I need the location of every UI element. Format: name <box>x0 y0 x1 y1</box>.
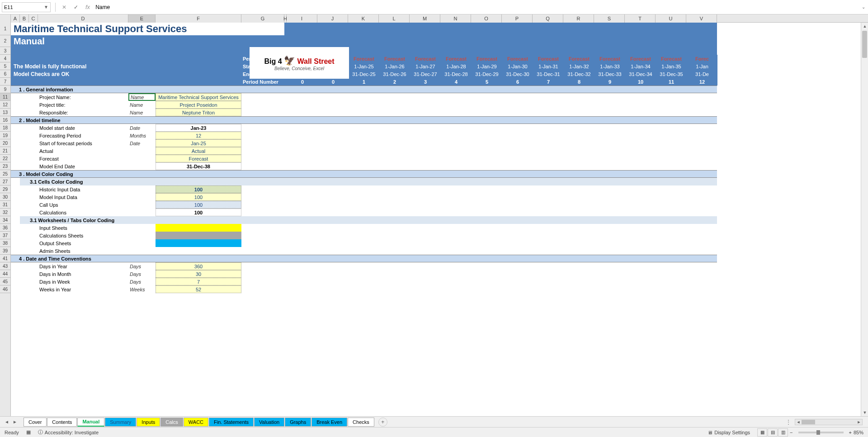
col-header-P[interactable]: P <box>502 14 533 23</box>
row-header-2[interactable]: 2 <box>0 35 10 47</box>
col-header-C[interactable]: C <box>29 14 38 23</box>
display-settings-button[interactable]: 🖥 Display Settings <box>708 430 750 435</box>
name-box[interactable]: E11 ▼ <box>2 2 51 12</box>
row-header-19[interactable]: 19 <box>0 132 10 139</box>
row-header-12[interactable]: 12 <box>0 101 10 109</box>
col-header-E[interactable]: E <box>128 14 156 23</box>
col-header-V[interactable]: V <box>686 14 717 23</box>
row-header-9[interactable]: 9 <box>0 86 10 93</box>
tab-manual[interactable]: Manual <box>77 418 104 427</box>
tab-valuation[interactable]: Valuation <box>254 418 284 427</box>
add-sheet-button[interactable]: + <box>378 418 387 427</box>
row-header-39[interactable]: 39 <box>0 247 10 255</box>
row-header-43[interactable]: 43 <box>0 262 10 270</box>
row-header-16[interactable]: 16 <box>0 116 10 124</box>
col-header-J[interactable]: J <box>317 14 348 23</box>
row-header-46[interactable]: 46 <box>0 285 10 293</box>
row-header-27[interactable]: 27 <box>0 178 10 185</box>
tab-fin-statements[interactable]: Fin. Statements <box>209 418 254 427</box>
row-header-44[interactable]: 44 <box>0 270 10 278</box>
row-header-7[interactable]: 7 <box>0 78 10 86</box>
col-header-U[interactable]: U <box>656 14 686 23</box>
row-header-34[interactable]: 34 <box>0 216 10 224</box>
col-header-R[interactable]: R <box>563 14 594 23</box>
tab-calcs[interactable]: Calcs <box>160 418 183 427</box>
normal-view-button[interactable]: ▦ <box>757 428 767 437</box>
row-header-1[interactable]: 1 <box>0 23 10 35</box>
macro-icon[interactable]: ▦ <box>26 429 31 435</box>
tab-inputs[interactable]: Inputs <box>137 418 160 427</box>
call-ups-unit <box>128 201 156 209</box>
col-header-B[interactable]: B <box>20 14 29 23</box>
tab-graphs[interactable]: Graphs <box>285 418 311 427</box>
name-box-dropdown-icon[interactable]: ▼ <box>44 5 48 10</box>
row-header-36[interactable]: 36 <box>0 224 10 232</box>
col-header-A[interactable]: A <box>11 14 20 23</box>
tab-options-icon[interactable]: ⋮ <box>786 419 791 425</box>
row-header-18[interactable]: 18 <box>0 124 10 132</box>
row-header-6[interactable]: 6 <box>0 70 10 78</box>
row-header-45[interactable]: 45 <box>0 278 10 285</box>
page-break-button[interactable]: ▥ <box>778 428 788 437</box>
tab-next-icon[interactable]: ► <box>12 419 18 425</box>
tab-checks[interactable]: Checks <box>348 418 374 427</box>
col-header-M[interactable]: M <box>410 14 440 23</box>
col-header-F[interactable]: F <box>156 14 241 23</box>
col-header-D[interactable]: D <box>38 14 128 23</box>
tab-prev-icon[interactable]: ◄ <box>4 419 10 425</box>
row-header-20[interactable]: 20 <box>0 139 10 147</box>
row-header-31[interactable]: 31 <box>0 201 10 209</box>
scroll-up-icon[interactable]: ▲ <box>861 23 868 30</box>
zoom-out-button[interactable]: − <box>790 430 793 435</box>
formula-expand-icon[interactable]: ⌄ <box>859 5 868 10</box>
zoom-level[interactable]: 85% <box>854 430 863 435</box>
row-header-23[interactable]: 23 <box>0 162 10 170</box>
select-all-corner[interactable] <box>0 14 11 23</box>
page-layout-button[interactable]: ▤ <box>768 428 778 437</box>
cells-area[interactable]: Maritime Technical Support ServicesManua… <box>11 23 868 416</box>
zoom-slider[interactable] <box>798 432 844 433</box>
vertical-scrollbar[interactable]: ▲ ▼ <box>861 23 868 416</box>
tab-cover[interactable]: Cover <box>24 418 47 427</box>
tab-break-even[interactable]: Break Even <box>311 418 347 427</box>
zoom-in-button[interactable]: + <box>849 430 852 435</box>
tab-summary[interactable]: Summary <box>105 418 136 427</box>
formula-input[interactable] <box>94 4 859 10</box>
scroll-down-icon[interactable]: ▼ <box>861 409 868 416</box>
row-header-22[interactable]: 22 <box>0 155 10 162</box>
row-header-5[interactable]: 5 <box>0 62 10 70</box>
col-header-I[interactable]: I <box>287 14 317 23</box>
row-header-32[interactable]: 32 <box>0 209 10 216</box>
row-header-4[interactable]: 4 <box>0 55 10 62</box>
col-header-S[interactable]: S <box>594 14 625 23</box>
fx-icon[interactable]: fx <box>85 4 90 10</box>
row-header-38[interactable]: 38 <box>0 239 10 247</box>
row-header-21[interactable]: 21 <box>0 147 10 155</box>
hscroll-right-icon[interactable]: ► <box>856 420 862 424</box>
cancel-icon[interactable]: ✕ <box>60 3 68 11</box>
col-header-T[interactable]: T <box>625 14 656 23</box>
col-header-N[interactable]: N <box>440 14 471 23</box>
col-header-L[interactable]: L <box>379 14 410 23</box>
col-header-K[interactable]: K <box>348 14 379 23</box>
scroll-thumb[interactable] <box>862 31 867 58</box>
row-header-13[interactable]: 13 <box>0 109 10 116</box>
row-header-30[interactable]: 30 <box>0 193 10 201</box>
tab-wacc[interactable]: WACC <box>184 418 208 427</box>
hscroll-thumb[interactable] <box>802 420 815 424</box>
accessibility-status[interactable]: ⓘ Accessibility: Investigate <box>38 429 99 436</box>
col-header-O[interactable]: O <box>471 14 502 23</box>
confirm-icon[interactable]: ✓ <box>72 3 80 11</box>
row-header-3[interactable]: 3 <box>0 47 10 55</box>
hscroll-left-icon[interactable]: ◄ <box>795 420 802 424</box>
row-header-29[interactable]: 29 <box>0 185 10 193</box>
row-header-25[interactable]: 25 <box>0 170 10 178</box>
col-header-Q[interactable]: Q <box>533 14 563 23</box>
col-header-G[interactable]: G <box>241 14 284 23</box>
zoom-thumb[interactable] <box>816 430 820 435</box>
row-header-41[interactable]: 41 <box>0 255 10 262</box>
row-header-11[interactable]: 11 <box>0 93 10 101</box>
row-header-37[interactable]: 37 <box>0 232 10 239</box>
horizontal-scrollbar[interactable]: ◄ ► <box>795 419 863 425</box>
tab-contents[interactable]: Contents <box>47 418 77 427</box>
